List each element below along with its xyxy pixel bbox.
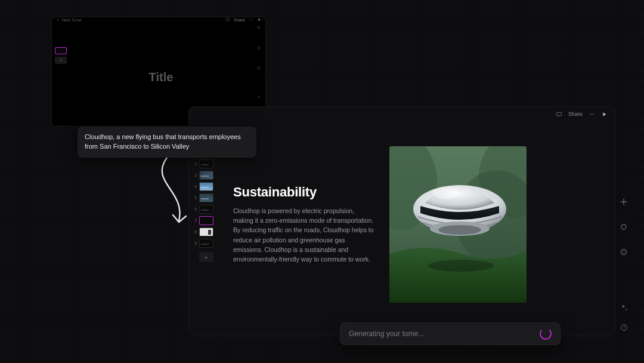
editor-header: New Tome Share — [52, 17, 265, 22]
right-tools — [619, 197, 628, 259]
svg-point-24 — [622, 251, 623, 252]
slide-canvas[interactable]: Sustainability Cloudhop is powered by el… — [216, 121, 615, 336]
svg-point-3 — [252, 19, 252, 20]
slide-thumb-1[interactable] — [55, 47, 67, 54]
play-icon — [257, 17, 262, 22]
sparkle-icon[interactable] — [256, 93, 262, 103]
more-button-small[interactable] — [249, 17, 253, 22]
svg-point-5 — [258, 67, 261, 70]
more-button[interactable] — [589, 111, 595, 118]
slide-rail-small: + — [52, 22, 70, 127]
svg-point-1 — [249, 19, 250, 20]
add-slide-button[interactable]: + — [199, 252, 213, 262]
dots-icon — [589, 111, 595, 118]
status-text: Generating your tome… — [349, 330, 425, 338]
svg-point-2 — [250, 19, 251, 20]
svg-point-26 — [623, 253, 624, 254]
loading-spinner-icon — [540, 328, 552, 340]
comment-icon — [556, 111, 562, 118]
back-label: New Tome — [62, 18, 82, 22]
comment-button[interactable] — [556, 111, 562, 118]
theme-icon[interactable] — [256, 63, 262, 73]
svg-point-21 — [428, 260, 494, 272]
slide-body: Cloudhop is powered by electric propulsi… — [233, 206, 374, 264]
dots-icon — [249, 17, 253, 22]
arrow-annotation — [143, 155, 203, 235]
play-button[interactable] — [601, 111, 608, 118]
prompt-text: Cloudhop, a new flying bus that transpor… — [85, 133, 241, 150]
svg-point-22 — [621, 224, 626, 229]
svg-point-12 — [593, 113, 594, 114]
generated-image[interactable] — [389, 146, 527, 303]
generation-status-bar: Generating your tome… — [340, 322, 561, 345]
prompt-callout: Cloudhop, a new flying bus that transpor… — [78, 127, 256, 158]
share-button-small[interactable]: Share — [234, 18, 245, 22]
help-button[interactable] — [620, 323, 628, 334]
play-icon — [601, 111, 608, 118]
add-block-icon[interactable] — [256, 22, 262, 33]
add-tool[interactable] — [619, 197, 628, 209]
svg-point-10 — [590, 113, 590, 114]
back-button[interactable]: New Tome — [55, 17, 82, 22]
image-illustration — [389, 146, 527, 303]
svg-point-19 — [438, 225, 481, 235]
chevron-left-icon — [55, 17, 60, 22]
slide-heading: Sustainability — [233, 184, 374, 200]
record-tool[interactable] — [619, 222, 628, 234]
comment-icon-button[interactable] — [225, 17, 230, 22]
svg-rect-9 — [556, 112, 561, 116]
svg-point-25 — [624, 251, 626, 252]
svg-point-28 — [624, 328, 624, 329]
svg-point-6 — [258, 67, 258, 68]
text-block[interactable]: Sustainability Cloudhop is powered by el… — [233, 184, 374, 264]
svg-rect-0 — [226, 19, 230, 21]
play-button-small[interactable] — [257, 17, 262, 22]
ai-sparkle[interactable] — [620, 303, 628, 315]
svg-point-20 — [433, 187, 459, 199]
right-tools-bottom — [620, 303, 628, 334]
main-header: Share — [189, 107, 615, 121]
svg-point-7 — [259, 67, 260, 68]
svg-point-4 — [258, 47, 260, 49]
comment-icon — [225, 17, 230, 22]
svg-point-23 — [621, 249, 626, 254]
theme-tool[interactable] — [619, 247, 628, 259]
record-icon[interactable] — [256, 42, 262, 53]
slide-9[interactable]: 9 — [193, 239, 213, 248]
svg-point-11 — [592, 113, 592, 114]
share-button[interactable]: Share — [568, 111, 583, 117]
svg-point-8 — [259, 69, 259, 69]
add-slide-small[interactable]: + — [55, 57, 67, 64]
